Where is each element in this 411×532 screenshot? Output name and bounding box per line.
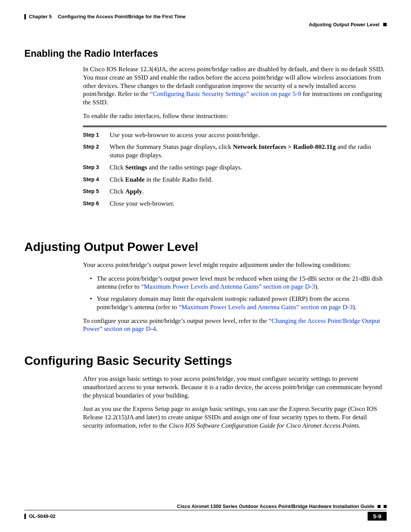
step-label: Step 5: [83, 187, 103, 196]
step-label: Step 1: [83, 131, 103, 139]
link-config-basic-security[interactable]: “Configuring Basic Security Settings” se…: [150, 90, 301, 97]
paragraph: After you assign basic settings to your …: [83, 375, 387, 399]
step-label: Step 2: [83, 143, 103, 160]
step-label: Step 4: [83, 176, 103, 184]
heading-adjusting-output: Adjusting Output Power Level: [24, 240, 387, 254]
footer-bar-icon: [24, 514, 26, 519]
bullet-list: The access point/bridge’s output power l…: [90, 275, 387, 312]
chapter-title: Configuring the Access Point/Bridge for …: [58, 14, 186, 19]
heading-enabling-radio: Enabling the Radio Interfaces: [24, 48, 387, 59]
link-max-power-levels[interactable]: “Maximum Power Levels and Antenna Gains”…: [141, 283, 315, 290]
paragraph: To enable the radio interfaces, follow t…: [83, 112, 387, 120]
footer-square-icon: [384, 505, 387, 508]
chapter-number: Chapter 5: [29, 14, 52, 19]
step-text: Close your web-browser.: [110, 200, 387, 208]
book-title: Cisco IOS Software Configuration Guide f…: [169, 422, 359, 429]
running-header-right: Adjusting Output Power Level: [24, 22, 387, 27]
step-row: Step 2 When the Summary Status page disp…: [83, 143, 387, 160]
footer-guide-title: Cisco Aironet 1300 Series Outdoor Access…: [177, 503, 374, 509]
step-text: Use your web-browser to access your acce…: [110, 131, 387, 139]
paragraph: Your access point/bridge’s output power …: [83, 261, 387, 269]
step-text: Click Settings and the radio settings pa…: [110, 163, 387, 172]
step-row: Step 5 Click Apply.: [83, 187, 387, 196]
page-number: 5-9: [368, 512, 387, 521]
step-text: When the Summary Status page displays, c…: [110, 143, 387, 160]
step-text: Click Apply.: [110, 187, 387, 196]
step-label: Step 6: [83, 200, 103, 208]
footer-square-icon: [378, 505, 381, 508]
list-item: Your regulatory domain may limit the equ…: [90, 295, 387, 312]
steps-list: Step 1 Use your web-browser to access yo…: [83, 131, 387, 208]
step-row: Step 6 Close your web-browser.: [83, 200, 387, 208]
step-row: Step 1 Use your web-browser to access yo…: [83, 131, 387, 139]
paragraph: Just as you use the Express Setup page t…: [83, 405, 387, 430]
step-text: Click Enable in the Enable Radio field.: [110, 176, 387, 184]
list-item: The access point/bridge’s output power l…: [90, 275, 387, 291]
footer-doc-id: OL-5048-02: [29, 513, 56, 519]
header-square-icon: [383, 23, 387, 26]
paragraph: In Cisco IOS Release 12.3(4)JA, the acce…: [83, 65, 387, 107]
page-footer: Cisco Aironet 1300 Series Outdoor Access…: [24, 503, 387, 521]
paragraph: To configure your access point/bridge’s …: [83, 317, 387, 334]
header-section-title: Adjusting Output Power Level: [309, 22, 379, 27]
running-header: Chapter 5 Configuring the Access Point/B…: [24, 14, 387, 19]
header-bar-icon: [24, 14, 26, 19]
step-row: Step 4 Click Enable in the Enable Radio …: [83, 176, 387, 184]
step-label: Step 3: [83, 163, 103, 172]
link-max-power-levels[interactable]: “Maximum Power Levels and Antenna Gains”…: [178, 304, 352, 311]
heading-config-security: Configuring Basic Security Settings: [24, 354, 387, 368]
step-row: Step 3 Click Settings and the radio sett…: [83, 163, 387, 172]
steps-divider: [83, 126, 387, 127]
